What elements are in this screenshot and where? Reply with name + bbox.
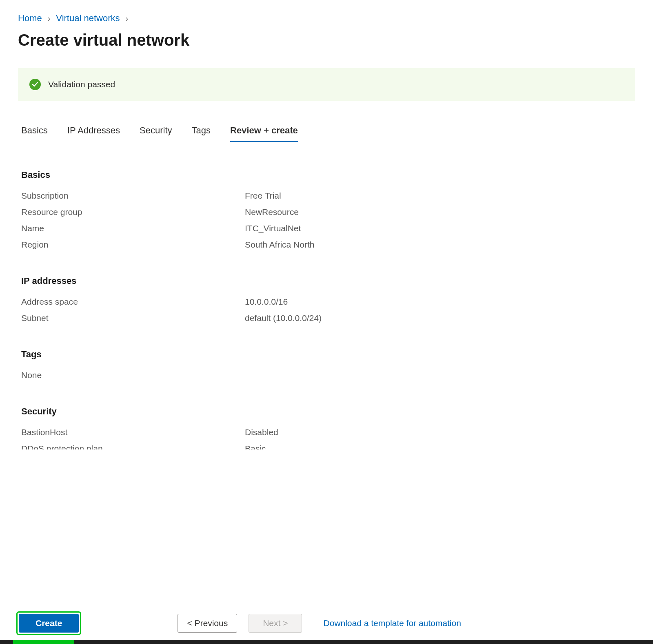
footer: Create < Previous Next > Download a temp… xyxy=(0,599,653,639)
section-security: Security BastionHost Disabled DDoS prote… xyxy=(18,406,635,449)
section-basics: Basics Subscription Free Trial Resource … xyxy=(18,170,635,250)
section-heading-tags: Tags xyxy=(21,349,635,360)
tab-security[interactable]: Security xyxy=(140,125,172,142)
tab-basics[interactable]: Basics xyxy=(21,125,48,142)
chevron-right-icon: › xyxy=(125,14,128,23)
validation-message: Validation passed xyxy=(48,80,115,89)
row-address-space: Address space 10.0.0.0/16 xyxy=(21,297,635,307)
row-ddos-protection-cutoff: DDoS protection plan Basic xyxy=(21,444,635,449)
breadcrumb: Home › Virtual networks › xyxy=(18,13,635,24)
value-address-space: 10.0.0.0/16 xyxy=(245,297,288,307)
label-resource-group: Resource group xyxy=(21,207,245,217)
value-ddos-protection: Basic xyxy=(245,444,266,449)
row-region: Region South Africa North xyxy=(21,240,635,250)
success-check-icon xyxy=(29,79,41,90)
label-ddos-protection: DDoS protection plan xyxy=(21,444,245,449)
value-resource-group: NewResource xyxy=(245,207,299,217)
value-bastion-host: Disabled xyxy=(245,427,278,437)
create-button[interactable]: Create xyxy=(19,614,79,633)
window-bottom-accent xyxy=(13,640,74,644)
label-subnet: Subnet xyxy=(21,313,245,323)
tab-tags[interactable]: Tags xyxy=(192,125,211,142)
next-button: Next > xyxy=(249,614,302,633)
section-heading-security: Security xyxy=(21,406,635,417)
label-subscription: Subscription xyxy=(21,191,245,201)
breadcrumb-home[interactable]: Home xyxy=(18,13,42,24)
create-button-highlight: Create xyxy=(16,611,81,635)
section-ip-addresses: IP addresses Address space 10.0.0.0/16 S… xyxy=(18,276,635,323)
tab-review-create[interactable]: Review + create xyxy=(230,125,298,142)
value-region: South Africa North xyxy=(245,240,314,250)
value-subnet: default (10.0.0.0/24) xyxy=(245,313,322,323)
value-name: ITC_VirtualNet xyxy=(245,224,301,233)
tabs: Basics IP Addresses Security Tags Review… xyxy=(18,125,635,142)
row-subscription: Subscription Free Trial xyxy=(21,191,635,201)
download-template-link[interactable]: Download a template for automation xyxy=(323,618,461,628)
label-bastion-host: BastionHost xyxy=(21,427,245,437)
row-subnet: Subnet default (10.0.0.0/24) xyxy=(21,313,635,323)
chevron-right-icon: › xyxy=(48,14,51,23)
breadcrumb-virtual-networks[interactable]: Virtual networks xyxy=(56,13,120,24)
label-address-space: Address space xyxy=(21,297,245,307)
window-bottom-bar xyxy=(0,640,653,644)
validation-banner: Validation passed xyxy=(18,68,635,101)
previous-button[interactable]: < Previous xyxy=(178,614,237,633)
section-heading-ip: IP addresses xyxy=(21,276,635,286)
section-heading-basics: Basics xyxy=(21,170,635,180)
row-bastion-host: BastionHost Disabled xyxy=(21,427,635,437)
row-resource-group: Resource group NewResource xyxy=(21,207,635,217)
tab-ip-addresses[interactable]: IP Addresses xyxy=(67,125,120,142)
label-region: Region xyxy=(21,240,245,250)
tags-none: None xyxy=(21,370,635,380)
row-name: Name ITC_VirtualNet xyxy=(21,224,635,233)
value-subscription: Free Trial xyxy=(245,191,281,201)
page-title: Create virtual network xyxy=(18,31,635,49)
section-tags: Tags None xyxy=(18,349,635,380)
label-name: Name xyxy=(21,224,245,233)
